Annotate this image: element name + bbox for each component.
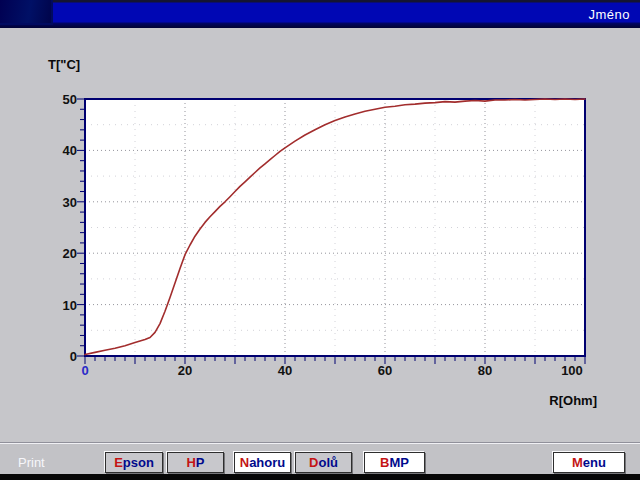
menu-button[interactable]: Menu	[553, 452, 625, 473]
y-tick-label: 0	[70, 349, 77, 364]
y-tick-label: 40	[63, 143, 77, 158]
bmp-button[interactable]: BMP	[364, 452, 425, 473]
title-bar: Jméno	[0, 0, 640, 28]
x-tick-label: 0	[81, 363, 88, 378]
logo	[0, 0, 53, 25]
y-tick-label: 20	[63, 246, 77, 261]
y-tick-label: 10	[63, 298, 77, 313]
y-tick-label: 50	[63, 92, 77, 107]
x-tick-label: 20	[178, 363, 192, 378]
hotkey-letter: M	[572, 455, 583, 470]
print-label: Print	[18, 455, 45, 470]
hotkey-letter: E	[114, 455, 123, 470]
x-tick-label: 40	[278, 363, 292, 378]
screen-bottom-edge	[0, 474, 640, 480]
x-tick-label: 100	[561, 363, 583, 378]
chart-svg: 02040608010001020304050T["C]R[Ohm]	[0, 28, 640, 443]
plot-area	[85, 99, 585, 356]
dolu-button[interactable]: Dolů	[295, 452, 352, 473]
epson-button[interactable]: Epson	[105, 452, 163, 473]
x-tick-label: 80	[478, 363, 492, 378]
y-axis-title: T["C]	[48, 57, 80, 72]
window-title-label: Jméno	[588, 7, 630, 22]
hotkey-letter: H	[186, 455, 195, 470]
chart: 02040608010001020304050T["C]R[Ohm]	[0, 28, 640, 443]
nahoru-button[interactable]: Nahoru	[234, 452, 291, 473]
hp-button[interactable]: HP	[167, 452, 224, 473]
x-tick-label: 60	[378, 363, 392, 378]
hotkey-letter: N	[240, 455, 249, 470]
y-tick-label: 30	[63, 195, 77, 210]
x-axis-title: R[Ohm]	[549, 393, 597, 408]
